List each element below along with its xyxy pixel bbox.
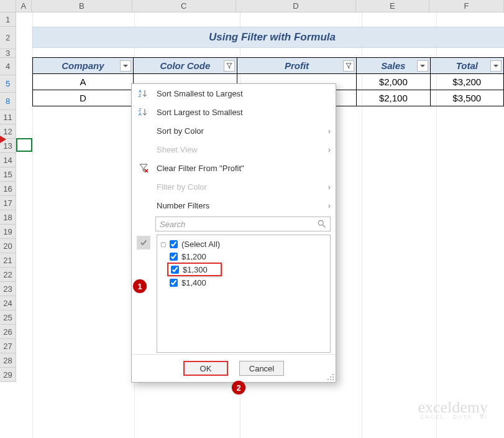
checkbox-select-all[interactable]	[170, 240, 178, 248]
th-colorcode: Color Code	[133, 58, 237, 74]
row-header[interactable]: 25	[0, 310, 16, 325]
menu-sort-color[interactable]: Sort by Color ›	[132, 121, 336, 140]
sort-desc-icon: ZA	[137, 107, 150, 117]
filter-item-highlighted[interactable]: $1,300	[167, 263, 222, 276]
filter-button-sales[interactable]	[417, 60, 428, 72]
row-header[interactable]: 1	[0, 12, 16, 27]
cell-sales[interactable]: $2,100	[357, 90, 430, 106]
row-header[interactable]: 11	[0, 110, 16, 124]
toggle-all-button[interactable]	[137, 236, 150, 249]
chevron-right-icon: ›	[328, 201, 331, 210]
row-header[interactable]: 28	[0, 353, 16, 368]
cell-total[interactable]: $3,500	[430, 90, 503, 106]
menu-clear-label: Clear Filter From "Profit"	[157, 164, 331, 173]
row-header[interactable]: 2	[0, 27, 16, 49]
filter-button-company[interactable]	[120, 60, 131, 72]
row-header[interactable]: 14	[0, 153, 16, 167]
row-header[interactable]: 24	[0, 296, 16, 310]
row-headers: 1 2 3 4 5 8 11 12 13 14 15 16 17 18 19 2…	[0, 12, 16, 382]
chevron-right-icon: ›	[328, 145, 331, 154]
cancel-button[interactable]: Cancel	[239, 361, 284, 376]
row-header[interactable]: 16	[0, 182, 16, 196]
filter-item-label: (Select All)	[181, 240, 220, 249]
checkbox[interactable]	[171, 266, 179, 274]
row-header[interactable]: 4	[0, 58, 16, 75]
menu-number-filters[interactable]: Number Filters ›	[132, 196, 336, 215]
callout-2: 2	[232, 381, 245, 394]
filter-checklist[interactable]: ▢ (Select All) $1,200 $1,300 $1,400	[157, 235, 331, 353]
row-header[interactable]: 3	[0, 49, 16, 58]
filter-active-icon	[226, 63, 232, 69]
filter-item-label: $1,300	[183, 265, 208, 274]
filter-button-profit[interactable]	[343, 60, 354, 72]
menu-clear-filter[interactable]: Clear Filter From "Profit"	[132, 159, 336, 177]
chevron-right-icon: ›	[328, 126, 331, 136]
callout-1: 1	[133, 279, 147, 293]
cell-company[interactable]: A	[33, 74, 134, 90]
svg-text:Z: Z	[139, 108, 142, 112]
dropdown-icon	[493, 63, 499, 69]
menu-sort-color-label: Sort by Color	[157, 126, 322, 136]
col-header-C[interactable]: C	[132, 0, 236, 12]
row-header[interactable]: 18	[0, 210, 16, 225]
resize-grip-icon[interactable]	[327, 373, 334, 381]
col-header-A[interactable]: A	[16, 0, 32, 12]
row-header[interactable]: 29	[0, 368, 16, 382]
row-header[interactable]: 17	[0, 196, 16, 210]
svg-point-11	[328, 379, 329, 380]
row-header[interactable]: 27	[0, 339, 16, 353]
ok-button[interactable]: OK	[183, 361, 228, 376]
filter-item-label: $1,200	[181, 252, 206, 261]
row-header[interactable]: 15	[0, 167, 16, 182]
watermark-sub: EXCEL · DATA · BI	[418, 414, 488, 419]
th-profit-label: Profit	[285, 60, 309, 71]
row-header[interactable]: 26	[0, 325, 16, 339]
cell-total[interactable]: $3,200	[430, 74, 503, 90]
filter-item-select-all[interactable]: ▢ (Select All)	[160, 238, 328, 250]
menu-filter-color: Filter by Color ›	[132, 177, 336, 196]
svg-point-10	[332, 376, 334, 378]
menu-sheet-view-label: Sheet View	[157, 145, 322, 154]
check-icon	[139, 238, 148, 247]
menu-sheet-view: Sheet View ›	[132, 140, 336, 159]
col-header-D[interactable]: D	[236, 0, 356, 12]
cell-sales[interactable]: $2,000	[357, 74, 430, 90]
row-header[interactable]: 21	[0, 253, 16, 268]
checkbox[interactable]	[170, 253, 178, 261]
filter-item[interactable]: $1,200	[160, 250, 328, 263]
collapse-icon: ▢	[160, 241, 166, 248]
col-header-E[interactable]: E	[356, 0, 429, 12]
select-all-cell[interactable]	[0, 0, 16, 12]
search-placeholder: Search	[160, 220, 185, 229]
filter-item[interactable]: $1,400	[160, 276, 328, 289]
cell-company[interactable]: D	[33, 90, 134, 106]
col-header-B[interactable]: B	[32, 0, 132, 12]
row-header[interactable]: 8	[0, 93, 16, 110]
row-header[interactable]: 23	[0, 282, 16, 296]
filter-dropdown: AZ Sort Smallest to Largest ZA Sort Larg…	[131, 83, 336, 383]
col-header-F[interactable]: F	[429, 0, 504, 12]
svg-point-13	[332, 379, 334, 380]
row-header[interactable]: 19	[0, 225, 16, 239]
search-icon	[318, 220, 326, 228]
row-header[interactable]: 22	[0, 268, 16, 282]
menu-sort-asc[interactable]: AZ Sort Smallest to Largest	[132, 84, 336, 103]
svg-line-7	[323, 225, 326, 228]
filter-button-colorcode[interactable]	[224, 60, 235, 72]
svg-text:Z: Z	[139, 93, 142, 98]
svg-point-9	[330, 376, 331, 378]
th-total-label: Total	[456, 60, 478, 71]
dropdown-icon	[419, 63, 426, 69]
checkbox[interactable]	[170, 279, 178, 287]
menu-sort-desc[interactable]: ZA Sort Largest to Smallest	[132, 103, 336, 121]
filter-search-row: Search	[132, 215, 336, 233]
row-header[interactable]: 20	[0, 239, 16, 253]
sort-asc-icon: AZ	[137, 88, 150, 98]
filter-button-row: OK Cancel	[132, 354, 336, 382]
svg-point-8	[332, 374, 334, 375]
filter-active-icon	[346, 63, 352, 69]
filter-button-total[interactable]	[490, 60, 502, 72]
row-header[interactable]: 5	[0, 75, 16, 93]
filter-search-input[interactable]: Search	[155, 217, 331, 231]
menu-number-filters-label: Number Filters	[157, 201, 322, 210]
